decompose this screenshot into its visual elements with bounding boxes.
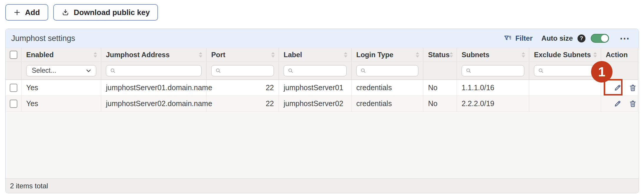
sort-icon[interactable] <box>593 52 597 57</box>
filter-cell-port <box>207 62 279 80</box>
label-filter-input[interactable] <box>284 65 347 76</box>
enabled-filter-select[interactable]: Select... <box>26 65 96 76</box>
select-placeholder: Select... <box>32 67 56 75</box>
search-icon <box>466 68 472 74</box>
pencil-icon <box>614 100 622 108</box>
download-public-key-button[interactable]: Download public key <box>53 4 158 21</box>
table-header-row: Enabled Jumphost Address Port Label Logi… <box>6 48 638 62</box>
filter-row: Select... <box>6 62 638 80</box>
column-label: Port <box>211 51 225 59</box>
cell-enabled: Yes <box>21 96 101 112</box>
column-label: Label <box>284 51 302 59</box>
search-icon <box>360 68 366 74</box>
select-all-cell <box>6 48 21 62</box>
port-filter-field[interactable] <box>224 65 269 76</box>
select-all-checkbox[interactable] <box>10 51 17 59</box>
filter-cell-enabled: Select... <box>21 62 101 80</box>
label-filter-field[interactable] <box>296 65 342 76</box>
trash-icon <box>629 100 637 108</box>
cell-login-type: credentials <box>352 80 423 96</box>
column-header-login-type: Login Type <box>352 48 423 62</box>
sort-icon[interactable] <box>522 52 525 57</box>
plus-icon <box>14 9 21 16</box>
table-empty-area <box>6 112 639 178</box>
cell-port: 22 <box>207 80 279 96</box>
cell-exclude-subnets <box>529 96 601 112</box>
column-label: Jumphost Address <box>106 51 169 59</box>
add-button[interactable]: Add <box>5 4 48 21</box>
cell-status: No <box>423 80 457 96</box>
search-icon <box>215 68 221 74</box>
auto-size-toggle[interactable] <box>591 34 609 43</box>
column-label: Status <box>428 51 450 59</box>
sort-icon[interactable] <box>199 52 202 57</box>
table-controls: Filter Auto size ? ⋯ <box>504 34 630 43</box>
column-label: Login Type <box>356 51 393 59</box>
search-icon <box>538 68 544 74</box>
page-title: Jumphost settings <box>11 34 75 43</box>
annotation-highlight-box <box>604 79 623 95</box>
filter-funnel-icon <box>504 34 512 42</box>
auto-size-label: Auto size <box>541 34 573 42</box>
subnets-filter-field[interactable] <box>474 65 520 76</box>
cell-action <box>601 96 638 112</box>
help-icon[interactable]: ? <box>578 34 585 42</box>
column-header-exclude-subnets: Exclude Subnets <box>529 48 601 62</box>
cell-label: jumphostServer02 <box>279 96 352 112</box>
cell-enabled: Yes <box>21 80 101 96</box>
column-label: Exclude Subnets <box>534 51 591 59</box>
toolbar: Add Download public key <box>5 4 158 21</box>
filter-cell-login-type <box>352 62 423 80</box>
row-checkbox-cell <box>6 96 21 112</box>
column-header-action: Action <box>601 48 638 62</box>
jumphost-address-filter-field[interactable] <box>119 65 197 76</box>
filter-label: Filter <box>515 34 533 42</box>
trash-icon <box>629 84 637 92</box>
help-glyph: ? <box>580 35 583 42</box>
download-icon <box>61 9 69 17</box>
more-options-button[interactable]: ⋯ <box>620 35 630 41</box>
row-checkbox[interactable] <box>10 100 17 108</box>
cell-port: 22 <box>207 96 279 112</box>
cell-login-type: credentials <box>352 96 423 112</box>
chevron-down-icon <box>85 67 92 74</box>
port-filter-input[interactable] <box>211 65 274 76</box>
cell-exclude-subnets <box>529 80 601 96</box>
row-checkbox[interactable] <box>10 84 17 92</box>
cell-label: jumphostServer01 <box>279 80 352 96</box>
search-icon <box>288 68 294 74</box>
delete-button[interactable] <box>629 100 637 108</box>
column-label: Enabled <box>26 51 54 59</box>
sort-icon[interactable] <box>416 52 419 57</box>
exclude-subnets-filter-input[interactable] <box>534 65 596 76</box>
sort-icon[interactable] <box>271 52 275 57</box>
download-button-label: Download public key <box>74 8 150 17</box>
cell-status: No <box>423 96 457 112</box>
jumphost-address-filter-input[interactable] <box>106 65 202 76</box>
exclude-subnets-filter-field[interactable] <box>547 65 592 76</box>
column-header-port: Port <box>207 48 279 62</box>
row-checkbox-cell <box>6 80 21 96</box>
cell-jumphost-address: jumphostServer02.domain.name <box>101 96 207 112</box>
subnets-filter-input[interactable] <box>462 65 524 76</box>
column-header-subnets: Subnets <box>457 48 529 62</box>
table-row: Yes jumphostServer01.domain.name 22 jump… <box>6 80 638 96</box>
edit-button[interactable] <box>613 100 622 108</box>
column-header-label: Label <box>279 48 352 62</box>
column-header-enabled: Enabled <box>21 48 101 62</box>
sort-icon[interactable] <box>94 52 97 57</box>
filter-button[interactable]: Filter <box>504 34 533 42</box>
login-type-filter-input[interactable] <box>356 65 418 76</box>
login-type-filter-field[interactable] <box>369 65 414 76</box>
filter-cell-label <box>279 62 352 80</box>
delete-button[interactable] <box>629 84 637 92</box>
sort-icon[interactable] <box>450 52 453 57</box>
add-button-label: Add <box>25 8 40 17</box>
cell-jumphost-address: jumphostServer01.domain.name <box>101 80 207 96</box>
column-header-status: Status <box>423 48 457 62</box>
table-row: Yes jumphostServer02.domain.name 22 jump… <box>6 96 638 112</box>
sort-icon[interactable] <box>344 52 347 57</box>
jumphost-settings-page: Add Download public key Jumphost setting… <box>0 0 644 196</box>
column-label: Subnets <box>462 51 490 59</box>
filter-cell-exclude-subnets <box>529 62 601 80</box>
